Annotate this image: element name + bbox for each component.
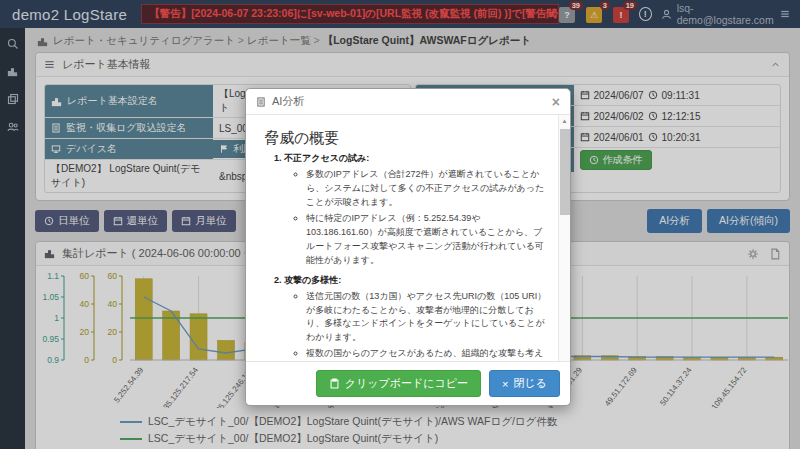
clipboard-icon bbox=[329, 378, 340, 389]
close-button[interactable]: × 閉じる bbox=[489, 370, 560, 397]
modal-bullet: 多数のIPアドレス（合計272件）が遮断されていることから、システムに対して多く… bbox=[306, 168, 548, 210]
modal-bullet: 送信元国の数（13カ国）やアクセス先URIの数（105 URI）が多岐にわたるこ… bbox=[306, 290, 548, 346]
modal-bullet-list: 送信元国の数（13カ国）やアクセス先URIの数（105 URI）が多岐にわたるこ… bbox=[284, 290, 548, 361]
modal-title: AI分析 bbox=[272, 94, 304, 109]
modal-list-item: 不正アクセスの試み:多数のIPアドレス（合計272件）が遮断されていることから、… bbox=[284, 152, 548, 268]
modal-bullet: 複数の国からのアクセスがあるため、組織的な攻撃も考えられます。 bbox=[306, 347, 548, 361]
modal-title-icon bbox=[256, 97, 266, 107]
copy-to-clipboard-button[interactable]: クリップボードにコピー bbox=[316, 370, 481, 397]
modal-section-heading: 脅威の概要 bbox=[264, 129, 548, 148]
scroll-up-icon[interactable]: ▲ bbox=[559, 115, 570, 124]
scrollbar-thumb[interactable] bbox=[560, 129, 570, 215]
modal-list-item: 攻撃の多様性:送信元国の数（13カ国）やアクセス先URIの数（105 URI）が… bbox=[284, 274, 548, 361]
modal-bullet-list: 多数のIPアドレス（合計272件）が遮断されていることから、システムに対して多く… bbox=[284, 168, 548, 268]
modal-bullet: 特に特定のIPアドレス（例：5.252.54.39や103.186.161.60… bbox=[306, 212, 548, 268]
close-x-icon: × bbox=[502, 378, 508, 390]
modal-numbered-list: 不正アクセスの試み:多数のIPアドレス（合計272件）が遮断されていることから、… bbox=[264, 152, 548, 361]
modal-body: ▲ 脅威の概要不正アクセスの試み:多数のIPアドレス（合計272件）が遮断されて… bbox=[246, 115, 570, 361]
ai-analysis-modal: AI分析 × ▲ 脅威の概要不正アクセスの試み:多数のIPアドレス（合計272件… bbox=[245, 88, 571, 406]
modal-scrollbar[interactable]: ▲ bbox=[558, 115, 570, 361]
close-icon[interactable]: × bbox=[552, 95, 560, 109]
